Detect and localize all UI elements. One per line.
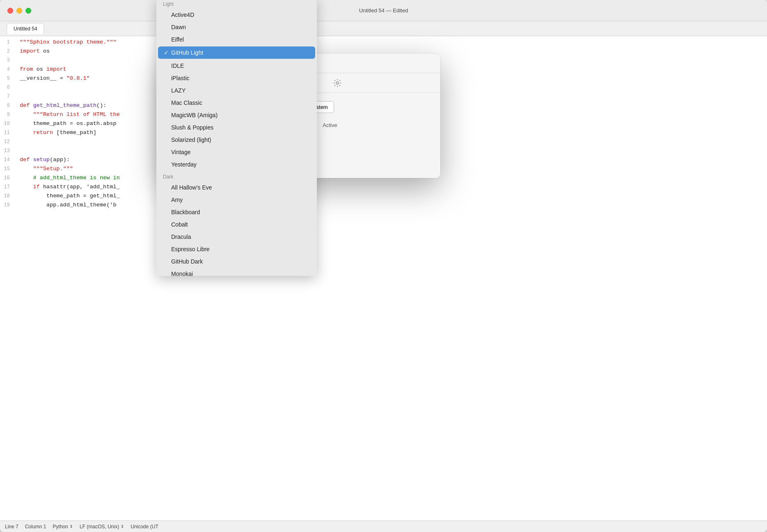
theme-option-vintage[interactable]: Vintage bbox=[156, 146, 317, 158]
theme-option-espresso-libre[interactable]: Espresso Libre bbox=[156, 243, 317, 255]
theme-option-active4d[interactable]: Active4D bbox=[156, 9, 317, 21]
status-line-ending[interactable]: LF (macOS, Unix) ⇕ bbox=[79, 524, 124, 530]
settings-tab-icon[interactable] bbox=[331, 76, 344, 90]
theme-option-monokai[interactable]: Monokai bbox=[156, 268, 317, 276]
theme-dropdown-wrapper: GitHub Light ▼ Light Active4D Dawn Eiffe… bbox=[230, 120, 313, 131]
theme-option-idle[interactable]: IDLE bbox=[156, 60, 317, 72]
code-line-17: 17 if hasattr(app, 'add_html_ bbox=[0, 183, 767, 192]
editor-window-title: Untitled 54 — Edited bbox=[359, 7, 408, 14]
theme-option-mac-classic[interactable]: Mac Classic bbox=[156, 97, 317, 109]
theme-option-github-dark[interactable]: GitHub Dark bbox=[156, 255, 317, 268]
editor-maximize-button[interactable] bbox=[26, 8, 31, 14]
dark-section-label: Dark bbox=[156, 171, 317, 181]
light-section-label: Light bbox=[156, 0, 317, 9]
tab-untitled54[interactable]: Untitled 54 bbox=[7, 23, 44, 34]
svg-point-5 bbox=[336, 82, 339, 84]
theme-option-slush-poppies[interactable]: Slush & Poppies bbox=[156, 121, 317, 134]
editor-close-button[interactable] bbox=[7, 8, 13, 14]
theme-option-cobalt[interactable]: Cobalt bbox=[156, 218, 317, 231]
theme-option-github-light[interactable]: ✓ GitHub Light bbox=[158, 46, 315, 59]
theme-option-lazy[interactable]: LAZY bbox=[156, 84, 317, 97]
status-bar: Line 7 Column 1 Python ⇕ LF (macOS, Unix… bbox=[0, 520, 767, 532]
theme-option-eiffel[interactable]: Eiffel bbox=[156, 33, 317, 46]
code-line-19: 19 app.add_html_theme('b bbox=[0, 201, 767, 210]
editor-minimize-button[interactable] bbox=[16, 8, 22, 14]
theme-option-blackboard[interactable]: Blackboard bbox=[156, 206, 317, 218]
theme-option-yesterday[interactable]: Yesterday bbox=[156, 158, 317, 171]
status-line[interactable]: Line 7 bbox=[5, 524, 19, 530]
theme-option-amy[interactable]: Amy bbox=[156, 194, 317, 206]
status-language[interactable]: Python ⇕ bbox=[53, 524, 73, 530]
theme-dropdown-menu[interactable]: Light Active4D Dawn Eiffel ✓ GitHub Ligh… bbox=[156, 0, 317, 276]
tab-bar: Untitled 54 bbox=[0, 21, 767, 36]
code-line-1: 1 """Sphinx bootstrap theme.""" bbox=[0, 38, 767, 47]
editor-traffic-lights bbox=[7, 8, 31, 14]
theme-option-dawn[interactable]: Dawn bbox=[156, 21, 317, 33]
theme-option-magicwb[interactable]: MagicWB (Amiga) bbox=[156, 109, 317, 121]
theme-option-dracula[interactable]: Dracula bbox=[156, 231, 317, 243]
themes-modal: Themes bbox=[160, 53, 440, 178]
code-line-18: 18 theme_path = get_html_ bbox=[0, 192, 767, 201]
status-encoding[interactable]: Unicode (UT bbox=[130, 524, 158, 530]
theme-row: Theme GitHub Light ▼ Light Active4D Dawn… bbox=[172, 120, 429, 131]
theme-option-iplastic[interactable]: iPlastic bbox=[156, 72, 317, 84]
active-badge: Active bbox=[323, 122, 337, 128]
theme-option-all-hallows-eve[interactable]: All Hallow's Eve bbox=[156, 181, 317, 194]
selected-checkmark: ✓ bbox=[164, 49, 169, 56]
editor-titlebar: Untitled 54 — Edited bbox=[0, 0, 767, 21]
status-column[interactable]: Column 1 bbox=[25, 524, 46, 530]
theme-option-solarized-light[interactable]: Solarized (light) bbox=[156, 134, 317, 146]
modal-content: Appearance ☀ Light ● Dark ⚙ System Theme… bbox=[160, 93, 440, 178]
